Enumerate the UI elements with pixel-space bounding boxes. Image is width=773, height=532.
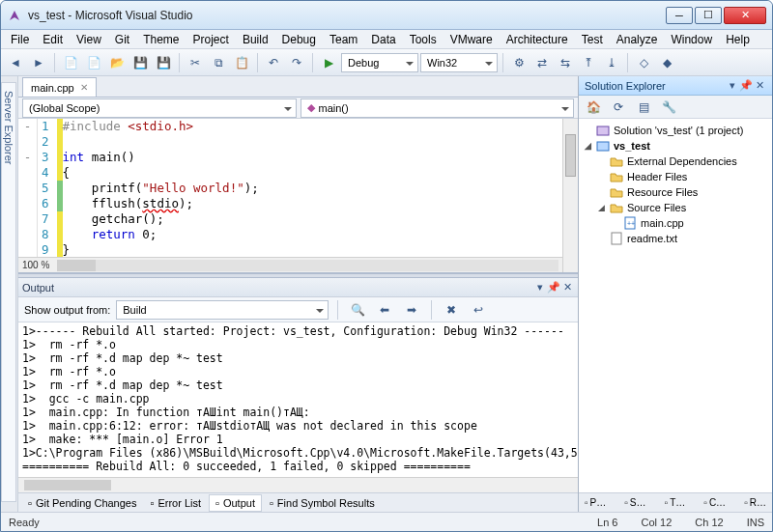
file-node[interactable]: ++main.cpp	[579, 215, 772, 231]
code-line[interactable]: return 0;	[63, 227, 578, 242]
window-close-button[interactable]: ✕	[724, 7, 766, 24]
right-stub-tab[interactable]: ▫R…	[740, 495, 770, 510]
right-stub-tab[interactable]: ▫P…	[581, 495, 610, 510]
add-item-button[interactable]: 📄	[83, 52, 104, 73]
menu-window[interactable]: Window	[665, 31, 718, 48]
window-maximize-button[interactable]: ☐	[695, 7, 722, 24]
navigate-forward-button[interactable]: ►	[28, 52, 49, 73]
document-tab[interactable]: main.cpp ✕	[22, 77, 97, 97]
right-stub-tab[interactable]: ▫T…	[661, 495, 690, 510]
start-debug-button[interactable]: ▶	[318, 52, 339, 73]
output-horizontal-scrollbar[interactable]	[18, 477, 578, 492]
menu-team[interactable]: Team	[324, 31, 363, 48]
toolbar-button[interactable]: ⇆	[555, 52, 576, 73]
fold-toggle[interactable]: -	[18, 119, 37, 134]
close-panel-icon[interactable]: ✕	[560, 281, 574, 294]
refresh-button[interactable]: ⟳	[608, 97, 629, 118]
menu-project[interactable]: Project	[187, 31, 235, 48]
toolbar-button[interactable]: ⚙	[508, 52, 530, 73]
menu-tools[interactable]: Tools	[404, 31, 443, 48]
new-project-button[interactable]: 📄	[60, 52, 81, 73]
menu-test[interactable]: Test	[576, 31, 609, 48]
menu-architecture[interactable]: Architecture	[501, 31, 574, 48]
toolbar-button[interactable]: ⇄	[531, 52, 553, 73]
properties-button[interactable]: 🔧	[658, 97, 679, 118]
output-text[interactable]: 1>------ Rebuild All started: Project: v…	[18, 322, 578, 477]
close-tab-icon[interactable]: ✕	[80, 82, 88, 93]
menu-file[interactable]: File	[5, 31, 35, 48]
output-source-combo[interactable]: Build	[116, 300, 329, 320]
code-line[interactable]	[63, 134, 578, 150]
copy-button[interactable]: ⧉	[208, 52, 229, 73]
code-line[interactable]: int main()	[63, 150, 578, 165]
toolbar-button[interactable]: ◆	[656, 52, 677, 73]
pin-icon[interactable]: 📌	[547, 281, 560, 294]
cut-button[interactable]: ✂	[185, 52, 206, 73]
clear-all-button[interactable]: ✖	[441, 299, 462, 321]
close-panel-icon[interactable]: ✕	[753, 79, 766, 93]
menu-debug[interactable]: Debug	[276, 31, 322, 48]
save-all-button[interactable]: 💾	[153, 52, 174, 73]
home-button[interactable]: 🏠	[583, 97, 604, 118]
zoom-level[interactable]: 100 %	[18, 260, 53, 270]
menu-view[interactable]: View	[71, 31, 107, 48]
code-line[interactable]: #include <stdio.h>	[63, 119, 578, 134]
menu-help[interactable]: Help	[720, 31, 756, 48]
menu-edit[interactable]: Edit	[37, 31, 69, 48]
right-stub-tab[interactable]: ▫C…	[700, 495, 730, 510]
code-line[interactable]: getchar();	[63, 211, 578, 227]
open-file-button[interactable]: 📂	[106, 52, 128, 73]
tree-twisty[interactable]: ◢	[583, 141, 592, 151]
right-stub-tab[interactable]: ▫S…	[620, 495, 649, 510]
show-all-files-button[interactable]: ▤	[633, 97, 654, 118]
previous-message-button[interactable]: ⬅	[374, 299, 395, 321]
toolbar-button[interactable]: ◇	[633, 52, 654, 73]
folder-node[interactable]: External Dependencies	[579, 154, 772, 169]
bottom-tab-find-symbol-results[interactable]: ▫Find Symbol Results	[264, 495, 381, 511]
pin-icon[interactable]: 📌	[739, 79, 753, 93]
scrollbar-thumb[interactable]	[57, 260, 96, 271]
navigate-back-button[interactable]: ◄	[5, 52, 26, 73]
toggle-wrap-button[interactable]: ↩	[468, 299, 489, 321]
paste-button[interactable]: 📋	[231, 52, 252, 73]
server-explorer-tab[interactable]: Server Explorer	[1, 82, 16, 502]
next-message-button[interactable]: ➡	[401, 299, 422, 321]
menu-git[interactable]: Git	[109, 31, 135, 48]
tree-twisty[interactable]: ◢	[596, 203, 606, 212]
code-editor[interactable]: --123456789#include <stdio.h>int main(){…	[18, 119, 578, 273]
redo-button[interactable]: ↷	[286, 52, 307, 73]
scrollbar-track[interactable]	[57, 260, 558, 271]
scope-combo[interactable]: (Global Scope)	[22, 98, 297, 118]
find-message-button[interactable]: 🔍	[347, 299, 368, 321]
bottom-tab-git-pending-changes[interactable]: ▫Git Pending Changes	[22, 495, 142, 511]
folder-node[interactable]: Header Files	[579, 169, 772, 184]
configuration-combo[interactable]: Debug	[341, 53, 418, 72]
code-line[interactable]: fflush(stdio);	[63, 196, 578, 211]
project-node[interactable]: ◢vs_test	[579, 138, 772, 154]
folder-node[interactable]: ◢Source Files	[579, 200, 772, 215]
fold-toggle[interactable]: -	[18, 150, 37, 165]
folder-node[interactable]: Resource Files	[579, 184, 772, 200]
undo-button[interactable]: ↶	[263, 52, 284, 73]
window-minimize-button[interactable]: ─	[666, 7, 693, 24]
code-line[interactable]: {	[63, 165, 578, 181]
editor-horizontal-scrollbar[interactable]: 100 %	[18, 257, 562, 272]
scrollbar-thumb[interactable]	[565, 134, 576, 177]
bottom-tab-error-list[interactable]: ▫Error List	[144, 495, 207, 511]
window-position-icon[interactable]: ▾	[726, 79, 739, 93]
code-line[interactable]: printf("Hello world!");	[63, 181, 578, 196]
menu-vmware[interactable]: VMware	[444, 31, 499, 48]
member-combo[interactable]: ◆main()	[301, 98, 575, 118]
bottom-tab-output[interactable]: ▫Output	[209, 494, 262, 512]
editor-vertical-scrollbar[interactable]	[562, 119, 578, 272]
menu-build[interactable]: Build	[237, 31, 274, 48]
save-button[interactable]: 💾	[129, 52, 151, 73]
toolbar-button[interactable]: ⤓	[601, 52, 622, 73]
scrollbar-thumb[interactable]	[24, 480, 111, 490]
code-line[interactable]: }	[63, 242, 578, 258]
menu-analyze[interactable]: Analyze	[611, 31, 664, 48]
menu-data[interactable]: Data	[365, 31, 401, 48]
menu-theme[interactable]: Theme	[137, 31, 185, 48]
solution-node[interactable]: Solution 'vs_test' (1 project)	[579, 123, 772, 138]
file-node[interactable]: readme.txt	[579, 231, 772, 246]
